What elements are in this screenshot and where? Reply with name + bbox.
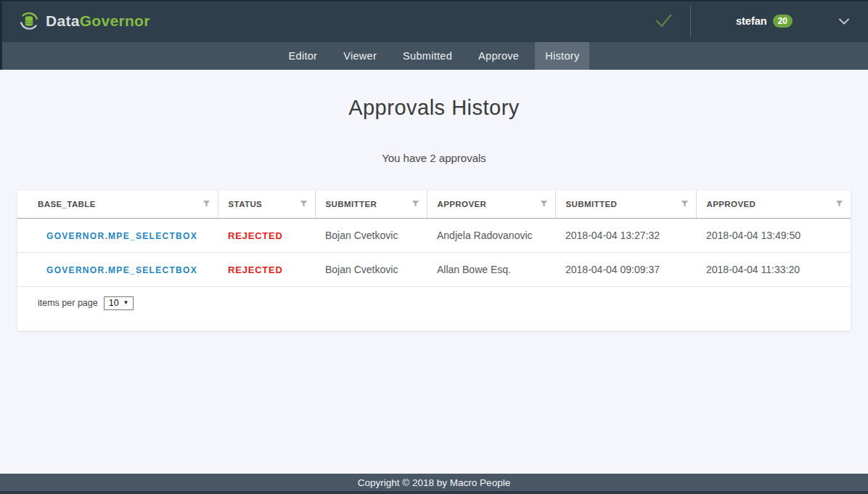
submitter-cell: Bojan Cvetkovic bbox=[315, 218, 427, 252]
tab-history[interactable]: History bbox=[535, 42, 589, 70]
column-label: SUBMITTED bbox=[566, 200, 618, 208]
window-left-edge bbox=[0, 0, 2, 70]
approvals-table: BASE_TABLE STATUS SUBMITTER APPROVER SUB bbox=[17, 190, 851, 287]
base-table-link[interactable]: GOVERNOR.MPE_SELECTBOX bbox=[46, 265, 197, 275]
submitter-cell: Bojan Cvetkovic bbox=[315, 252, 427, 286]
filter-icon[interactable] bbox=[835, 200, 843, 208]
brand-logo[interactable]: DataGovernor bbox=[19, 11, 150, 31]
table-header-row: BASE_TABLE STATUS SUBMITTER APPROVER SUB bbox=[17, 190, 851, 218]
user-menu[interactable]: stefan 20 bbox=[736, 15, 793, 28]
column-header-status[interactable]: STATUS bbox=[218, 190, 315, 218]
items-per-page-select[interactable]: 10 ▼ bbox=[104, 296, 134, 310]
column-label: STATUS bbox=[229, 200, 263, 208]
column-label: APPROVED bbox=[707, 200, 756, 208]
copyright-text: Copyright © 2018 by Macro People bbox=[358, 477, 510, 488]
approvals-count-text: You have 2 approvals bbox=[0, 152, 868, 164]
header-right: stefan 20 bbox=[636, 0, 849, 42]
tab-submitted[interactable]: Submitted bbox=[393, 42, 462, 70]
approver-cell: Andjela Radovanovic bbox=[427, 218, 555, 252]
tab-approve[interactable]: Approve bbox=[468, 42, 529, 70]
status-badge: REJECTED bbox=[228, 264, 283, 275]
table-row: GOVERNOR.MPE_SELECTBOX REJECTED Bojan Cv… bbox=[17, 252, 851, 286]
status-badge: REJECTED bbox=[228, 230, 283, 241]
main-content: Approvals History You have 2 approvals B… bbox=[0, 70, 868, 474]
column-label: APPROVER bbox=[438, 200, 487, 208]
select-arrow-icon: ▼ bbox=[123, 299, 129, 306]
app-footer: Copyright © 2018 by Macro People bbox=[0, 474, 868, 491]
column-header-approver[interactable]: APPROVER bbox=[427, 190, 555, 218]
brand-name: DataGovernor bbox=[46, 12, 150, 30]
page-title: Approvals History bbox=[0, 96, 868, 120]
brand-name-secondary: Governor bbox=[80, 12, 150, 29]
user-name: stefan bbox=[736, 15, 767, 27]
filter-icon[interactable] bbox=[540, 200, 548, 208]
filter-icon[interactable] bbox=[412, 200, 419, 208]
filter-icon[interactable] bbox=[202, 200, 210, 208]
pagination-bar: items per page 10 ▼ bbox=[17, 287, 851, 310]
tab-editor[interactable]: Editor bbox=[279, 42, 328, 70]
column-label: SUBMITTER bbox=[326, 200, 377, 208]
approved-cell: 2018-04-04 11:33:20 bbox=[696, 252, 851, 286]
main-nav: Editor Viewer Submitted Approve History bbox=[0, 42, 868, 70]
chevron-down-icon[interactable] bbox=[839, 18, 849, 25]
app-header: DataGovernor stefan 20 bbox=[0, 0, 868, 42]
app-root: DataGovernor stefan 20 Editor Viewer Sub… bbox=[0, 0, 868, 494]
column-header-submitter[interactable]: SUBMITTER bbox=[315, 190, 427, 218]
filter-icon[interactable] bbox=[681, 200, 689, 208]
approved-cell: 2018-04-04 13:49:50 bbox=[696, 218, 851, 252]
column-header-submitted[interactable]: SUBMITTED bbox=[555, 190, 696, 218]
filter-icon[interactable] bbox=[300, 200, 308, 208]
header-divider bbox=[690, 5, 691, 37]
window-bottom-edge bbox=[0, 491, 868, 494]
tab-viewer[interactable]: Viewer bbox=[333, 42, 387, 70]
window-top-edge bbox=[0, 0, 868, 1]
approver-cell: Allan Bowe Esq. bbox=[427, 252, 555, 286]
approvals-check-icon[interactable] bbox=[636, 10, 690, 32]
column-header-approved[interactable]: APPROVED bbox=[696, 190, 851, 218]
datagovernor-logo-icon bbox=[19, 11, 39, 31]
column-label: BASE_TABLE bbox=[38, 200, 96, 208]
column-header-base-table[interactable]: BASE_TABLE bbox=[17, 190, 218, 218]
submitted-cell: 2018-04-04 13:27:32 bbox=[555, 218, 696, 252]
table-row: GOVERNOR.MPE_SELECTBOX REJECTED Bojan Cv… bbox=[17, 218, 851, 252]
items-per-page-label: items per page bbox=[38, 298, 98, 308]
submitted-cell: 2018-04-04 09:09:37 bbox=[555, 252, 696, 286]
items-per-page-value: 10 bbox=[109, 298, 119, 308]
approvals-table-card: BASE_TABLE STATUS SUBMITTER APPROVER SUB bbox=[17, 190, 851, 331]
brand-name-primary: Data bbox=[46, 12, 80, 29]
base-table-link[interactable]: GOVERNOR.MPE_SELECTBOX bbox=[46, 231, 197, 241]
user-approvals-badge: 20 bbox=[773, 15, 793, 28]
